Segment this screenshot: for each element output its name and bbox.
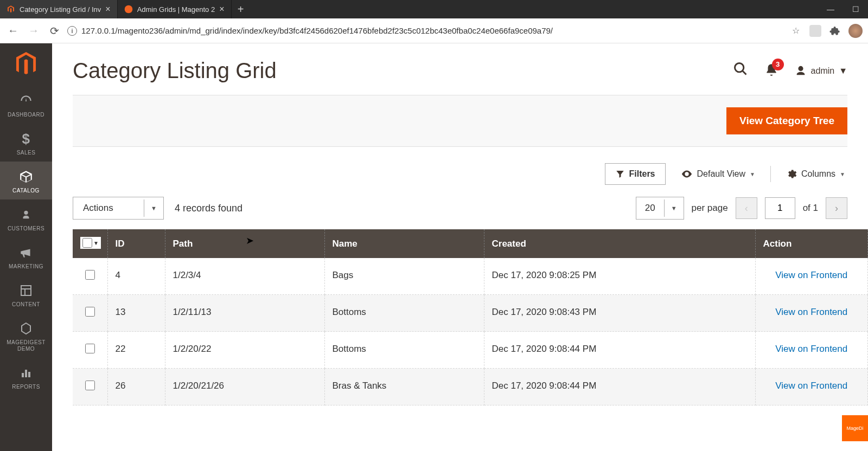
filters-button[interactable]: Filters xyxy=(605,163,666,185)
page-title: Category Listing Grid xyxy=(73,59,733,83)
admin-sidebar: DASHBOARD$SALESCATALOGCUSTOMERSMARKETING… xyxy=(0,43,52,451)
sidebar-item-label: REPORTS xyxy=(12,384,40,390)
browser-tab[interactable]: Admin Grids | Magento 2 × xyxy=(118,0,232,18)
sidebar-item-magedigest-demo[interactable]: MAGEDIGEST DEMO xyxy=(0,313,52,358)
sidebar-item-marketing[interactable]: MARKETING xyxy=(0,237,52,275)
site-info-icon[interactable]: i xyxy=(67,26,77,36)
sidebar-item-content[interactable]: CONTENT xyxy=(0,275,52,313)
floating-badge[interactable]: MageDi xyxy=(842,415,868,441)
col-path[interactable]: Path xyxy=(165,229,324,258)
default-view-button[interactable]: Default View ▼ xyxy=(679,165,757,183)
table-row[interactable]: 261/2/20/21/26Bras & TanksDec 17, 2020 9… xyxy=(73,369,868,405)
sidebar-item-customers[interactable]: CUSTOMERS xyxy=(0,199,52,237)
row-checkbox[interactable] xyxy=(85,270,95,280)
prev-page-button[interactable]: ‹ xyxy=(736,197,757,219)
minimize-button[interactable]: — xyxy=(818,0,843,18)
sidebar-item-dashboard[interactable]: DASHBOARD xyxy=(0,86,52,124)
cell-created: Dec 17, 2020 9:08:43 PM xyxy=(484,295,755,332)
eye-icon xyxy=(681,168,693,180)
back-button[interactable]: ← xyxy=(5,23,21,38)
cell-action: View on Frontend xyxy=(755,369,868,405)
table-row[interactable]: 131/2/11/13BottomsDec 17, 2020 9:08:43 P… xyxy=(73,295,868,332)
col-name[interactable]: Name xyxy=(324,229,484,258)
page-input[interactable] xyxy=(765,197,795,219)
sidebar-item-catalog[interactable]: CATALOG xyxy=(0,162,52,199)
separator xyxy=(770,166,771,182)
profile-avatar[interactable] xyxy=(848,24,863,38)
select-all-header[interactable]: ▼ xyxy=(73,229,107,258)
col-action[interactable]: Action xyxy=(755,229,868,258)
funnel-icon xyxy=(615,169,625,179)
magento-logo[interactable] xyxy=(15,43,37,86)
view-category-tree-button[interactable]: View Category Tree xyxy=(726,107,847,134)
records-found: 4 records found xyxy=(175,203,242,214)
select-all-checkbox[interactable] xyxy=(82,238,92,248)
browser-tab-active[interactable]: Category Listing Grid / Inv × xyxy=(0,0,118,18)
dollar-icon: $ xyxy=(18,131,34,146)
cell-path: 1/2/20/22 xyxy=(165,332,324,369)
cell-action: View on Frontend xyxy=(755,295,868,332)
view-on-frontend-link[interactable]: View on Frontend xyxy=(775,307,847,317)
cell-created: Dec 17, 2020 9:08:25 PM xyxy=(484,258,755,295)
forward-button[interactable]: → xyxy=(26,23,41,38)
magento-favicon xyxy=(7,5,15,14)
actions-dropdown-label: Actions xyxy=(73,197,144,219)
cell-name: Bags xyxy=(324,258,484,295)
columns-label: Columns xyxy=(801,169,835,179)
sidebar-item-label: CUSTOMERS xyxy=(8,226,44,232)
view-on-frontend-link[interactable]: View on Frontend xyxy=(775,270,847,280)
barchart-icon xyxy=(18,365,34,381)
svg-rect-4 xyxy=(22,373,24,377)
next-page-button[interactable]: › xyxy=(826,197,847,219)
url-bar[interactable]: i 127.0.0.1/magento236/admin/md_grid/ind… xyxy=(67,26,784,36)
default-view-label: Default View xyxy=(697,169,746,179)
view-on-frontend-link[interactable]: View on Frontend xyxy=(775,381,847,391)
row-checkbox[interactable] xyxy=(85,381,95,390)
cell-id: 22 xyxy=(107,332,165,369)
svg-rect-1 xyxy=(21,286,31,295)
actions-dropdown[interactable]: Actions ▼ xyxy=(73,197,164,220)
search-icon[interactable] xyxy=(733,61,748,80)
row-checkbox[interactable] xyxy=(85,307,95,317)
extension-icon[interactable] xyxy=(809,25,821,37)
page-of-label: of 1 xyxy=(803,203,818,214)
chevron-down-icon: ▼ xyxy=(840,171,845,177)
cell-path: 1/2/20/21/26 xyxy=(165,369,324,405)
table-row[interactable]: 41/2/3/4BagsDec 17, 2020 9:08:25 PMView … xyxy=(73,258,868,295)
view-on-frontend-link[interactable]: View on Frontend xyxy=(775,344,847,354)
bookmark-star-icon[interactable]: ☆ xyxy=(790,25,802,37)
sidebar-item-sales[interactable]: $SALES xyxy=(0,124,52,162)
reload-button[interactable]: ⟳ xyxy=(47,23,62,38)
row-checkbox[interactable] xyxy=(85,344,95,353)
per-page-select[interactable]: 20 ▼ xyxy=(636,197,684,220)
sidebar-item-label: SALES xyxy=(17,150,36,156)
browser-tab-strip: Category Listing Grid / Inv × Admin Grid… xyxy=(0,0,868,18)
magento-favicon xyxy=(124,5,133,14)
svg-point-7 xyxy=(735,63,743,72)
gear-icon xyxy=(786,169,797,179)
new-tab-button[interactable]: + xyxy=(232,0,250,18)
megaphone-icon xyxy=(18,245,34,260)
notifications-button[interactable]: 3 xyxy=(764,63,778,79)
close-icon[interactable]: × xyxy=(219,5,224,14)
table-row[interactable]: 221/2/20/22BottomsDec 17, 2020 9:08:44 P… xyxy=(73,332,868,369)
sidebar-item-reports[interactable]: REPORTS xyxy=(0,358,52,396)
per-page-label: per page xyxy=(692,203,728,214)
chevron-down-icon[interactable]: ▼ xyxy=(144,199,163,217)
url-text: 127.0.0.1/magento236/admin/md_grid/index… xyxy=(81,26,553,35)
chevron-down-icon[interactable]: ▼ xyxy=(664,199,684,217)
notification-badge: 3 xyxy=(772,59,784,70)
close-icon[interactable]: × xyxy=(105,5,110,14)
admin-user-menu[interactable]: admin ▼ xyxy=(795,65,847,77)
svg-rect-5 xyxy=(25,370,27,377)
cell-name: Bottoms xyxy=(324,295,484,332)
columns-button[interactable]: Columns ▼ xyxy=(784,165,847,183)
extensions-puzzle-icon[interactable] xyxy=(829,25,841,37)
maximize-button[interactable]: ☐ xyxy=(843,0,868,18)
sidebar-item-label: MAGEDIGEST DEMO xyxy=(0,339,52,352)
chevron-down-icon: ▼ xyxy=(750,171,755,177)
cell-id: 26 xyxy=(107,369,165,405)
cell-action: View on Frontend xyxy=(755,332,868,369)
col-id[interactable]: ID xyxy=(107,229,165,258)
col-created[interactable]: Created xyxy=(484,229,755,258)
